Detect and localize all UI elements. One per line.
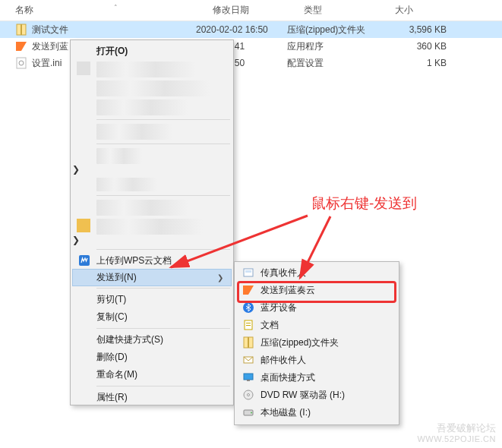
- documents-icon: [242, 319, 254, 331]
- menu-open[interactable]: 打开(O): [72, 43, 232, 60]
- menu-separator: [96, 195, 230, 196]
- menu-blurred[interactable]: ❯: [72, 217, 232, 247]
- menu-copy[interactable]: 复制(C): [72, 308, 232, 326]
- chevron-right-icon: ❯: [217, 273, 223, 282]
- header-name[interactable]: 名称 ˄: [15, 4, 213, 17]
- sendto-dvd[interactable]: DVD RW 驱动器 (H:): [236, 386, 397, 404]
- annotation-text: 鼠标右键-发送到: [311, 194, 417, 213]
- zip-icon: [242, 336, 254, 349]
- svg-point-17: [248, 394, 250, 396]
- menu-separator: [96, 328, 230, 329]
- ini-icon: [15, 57, 27, 69]
- menu-wps-upload[interactable]: 上传到WPS云文档: [72, 252, 232, 270]
- sendto-lanzou[interactable]: 发送到蓝奏云: [236, 282, 397, 299]
- bluetooth-icon: [242, 301, 254, 314]
- menu-blurred[interactable]: [72, 98, 232, 117]
- menu-separator: [96, 119, 230, 120]
- column-headers: 名称 ˄ 修改日期 类型 大小: [0, 0, 502, 21]
- fax-icon: [242, 267, 254, 279]
- sendto-documents[interactable]: 文档: [236, 317, 397, 334]
- sendto-localdisk[interactable]: 本地磁盘 (I:): [236, 404, 397, 421]
- zip-icon: [15, 24, 27, 36]
- chevron-right-icon: ❯: [72, 164, 80, 175]
- desktop-icon: [242, 371, 254, 383]
- menu-separator: [96, 386, 230, 386]
- watermark: 吾爱破解论坛 WWW.52POJIE.CN: [417, 422, 496, 445]
- svg-rect-12: [248, 337, 249, 348]
- header-size[interactable]: 大小: [395, 4, 478, 17]
- sendto-mail[interactable]: 邮件收件人: [236, 352, 397, 369]
- svg-rect-14: [244, 374, 253, 380]
- chevron-right-icon: ❯: [72, 235, 80, 245]
- header-type[interactable]: 类型: [304, 4, 395, 17]
- menu-shortcut[interactable]: 创建快捷方式(S): [72, 331, 232, 349]
- svg-point-19: [251, 412, 252, 414]
- sort-indicator: ˄: [114, 4, 118, 11]
- context-menu-main: 打开(O) ❯ ❯ 上传到WPS云文档 发送到(N) ❯ 剪切(T) 复制(C)…: [70, 39, 234, 405]
- menu-delete[interactable]: 删除(D): [72, 349, 232, 366]
- svg-rect-2: [17, 58, 26, 68]
- lanzou-icon: [242, 284, 254, 296]
- menu-blurred[interactable]: [72, 79, 232, 98]
- menu-cut[interactable]: 剪切(T): [72, 291, 232, 308]
- menu-blurred[interactable]: [72, 198, 232, 217]
- menu-blurred[interactable]: [72, 176, 232, 193]
- menu-separator: [96, 288, 230, 289]
- sendto-fax[interactable]: 传真收件人: [236, 264, 397, 282]
- sendto-bluetooth[interactable]: 蓝牙设备: [236, 299, 397, 317]
- sendto-desktop-shortcut[interactable]: 桌面快捷方式: [236, 369, 397, 386]
- svg-rect-1: [21, 24, 22, 35]
- svg-rect-10: [246, 325, 251, 326]
- disk-icon: [242, 406, 254, 418]
- mail-icon: [242, 354, 254, 366]
- context-menu-sendto: 传真收件人 发送到蓝奏云 蓝牙设备 文档 压缩(zipped)文件夹 邮件收件人…: [234, 261, 399, 425]
- svg-rect-9: [246, 323, 251, 323]
- app-icon: [15, 40, 27, 52]
- menu-properties[interactable]: 属性(R): [72, 389, 232, 406]
- menu-blurred[interactable]: [72, 60, 232, 79]
- sendto-zip[interactable]: 压缩(zipped)文件夹: [236, 334, 397, 352]
- header-date[interactable]: 修改日期: [213, 4, 304, 17]
- menu-blurred[interactable]: [72, 122, 232, 141]
- menu-rename[interactable]: 重命名(M): [72, 366, 232, 383]
- wps-icon: [78, 254, 90, 267]
- menu-separator: [96, 249, 230, 250]
- svg-rect-15: [247, 380, 250, 381]
- menu-blurred[interactable]: ❯: [72, 147, 232, 176]
- svg-rect-6: [245, 270, 251, 273]
- dvd-icon: [242, 389, 254, 401]
- file-row[interactable]: 测试文件 2020-02-02 16:50 压缩(zipped)文件夹 3,59…: [0, 21, 502, 38]
- menu-send-to[interactable]: 发送到(N) ❯: [72, 269, 232, 286]
- menu-separator: [96, 144, 230, 144]
